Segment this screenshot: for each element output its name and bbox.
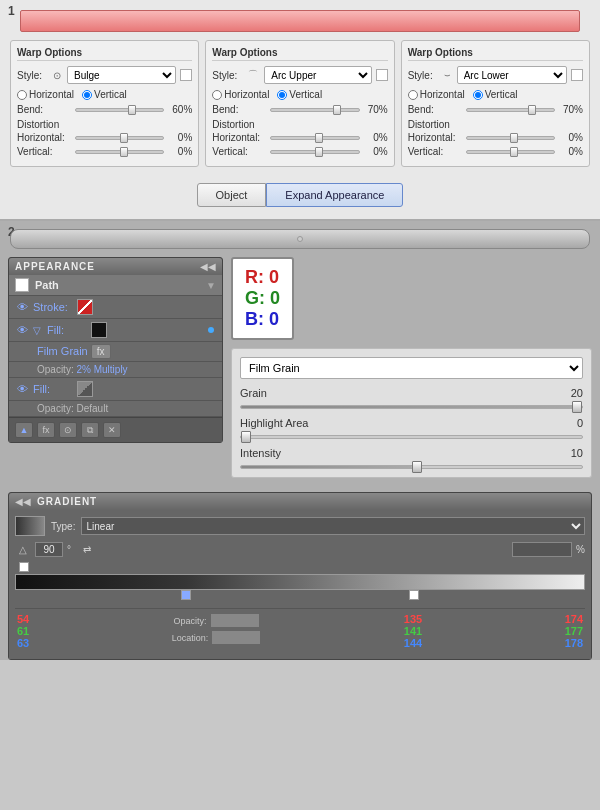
top-stop-1[interactable] bbox=[19, 562, 29, 572]
highlight-value: 0 bbox=[558, 417, 583, 429]
bend-label-2: Bend: bbox=[212, 104, 267, 115]
copy-icon[interactable]: ⧉ bbox=[81, 422, 99, 438]
bend-value-1: 60 bbox=[167, 104, 183, 115]
film-grain-label[interactable]: Film Grain bbox=[37, 345, 88, 357]
bottom-stop-2[interactable] bbox=[409, 590, 419, 600]
vertical-radio-1[interactable]: Vertical bbox=[82, 89, 127, 100]
warp-checkbox-3[interactable] bbox=[571, 69, 583, 81]
vertical-radio-3[interactable]: Vertical bbox=[473, 89, 518, 100]
h-dist-slider-1[interactable] bbox=[75, 136, 164, 140]
h-dist-slider-2[interactable] bbox=[270, 136, 359, 140]
gradient-bar-container bbox=[15, 562, 585, 602]
opacity-row-2: Opacity: Default bbox=[9, 401, 222, 417]
v-dist-label-1: Vertical: bbox=[17, 146, 72, 157]
fill-row-2: 👁 Fill: bbox=[9, 378, 222, 401]
v-dist-value-2: 0 bbox=[363, 146, 379, 157]
bend-value-3: 70 bbox=[558, 104, 574, 115]
h-dist-label-1: Horizontal: bbox=[17, 132, 72, 143]
warp-style-row-2: Style: ⌒ Arc Upper bbox=[212, 66, 387, 84]
grad-r-3: 174 bbox=[565, 613, 583, 625]
horizontal-radio-2[interactable]: Horizontal bbox=[212, 89, 269, 100]
gradient-angle-input[interactable] bbox=[35, 542, 63, 557]
fx-button[interactable]: fx bbox=[91, 344, 111, 359]
gradient-header: ◀◀ GRADIENT bbox=[9, 493, 591, 510]
r-label: R: bbox=[245, 267, 264, 287]
horizontal-radio-1[interactable]: Horizontal bbox=[17, 89, 74, 100]
fill-color-box-1[interactable] bbox=[91, 322, 107, 338]
gradient-expand-arrows: ◀◀ bbox=[15, 496, 31, 507]
v-dist-value-3: 0 bbox=[558, 146, 574, 157]
expand-appearance-button[interactable]: Expand Appearance bbox=[266, 183, 403, 207]
gradient-reverse-icon[interactable]: ⇄ bbox=[79, 541, 95, 557]
grad-col-3: 135 141 144 bbox=[404, 613, 422, 649]
rgb-g: G: 0 bbox=[245, 288, 280, 309]
b-value: 0 bbox=[269, 309, 279, 329]
fill-visibility-icon-2[interactable]: 👁 bbox=[15, 383, 29, 395]
grad-col-2: Opacity: Location: bbox=[172, 613, 262, 649]
delete-icon[interactable]: ✕ bbox=[103, 422, 121, 438]
section2: 2 APPEARANCE ◀◀ Path ▼ bbox=[0, 221, 600, 660]
gradient-percent-input[interactable] bbox=[512, 542, 572, 557]
top-bar bbox=[20, 10, 580, 32]
h-dist-slider-3[interactable] bbox=[466, 136, 555, 140]
v-dist-slider-1[interactable] bbox=[75, 150, 164, 154]
ruler-center-dot bbox=[297, 236, 303, 242]
fill-visibility-icon-1[interactable]: 👁 bbox=[15, 324, 29, 336]
horizontal-radio-3[interactable]: Horizontal bbox=[408, 89, 465, 100]
path-icon bbox=[15, 278, 29, 292]
h-dist-label-3: Horizontal: bbox=[408, 132, 463, 143]
appearance-panel-header: APPEARANCE ◀◀ bbox=[9, 258, 222, 275]
grad-g-1: 61 bbox=[17, 625, 29, 637]
panel-collapse-arrow[interactable]: ◀◀ bbox=[200, 261, 216, 272]
fx-icon[interactable]: fx bbox=[37, 422, 55, 438]
bend-slider-1[interactable] bbox=[75, 108, 164, 112]
opacity-input-row: Opacity: bbox=[174, 613, 260, 628]
stroke-row: 👁 Stroke: bbox=[9, 296, 222, 319]
gradient-type-label: Type: bbox=[51, 521, 75, 532]
v-dist-slider-3[interactable] bbox=[466, 150, 555, 154]
svg-rect-0 bbox=[16, 575, 584, 589]
film-grain-select[interactable]: Film Grain bbox=[240, 357, 583, 379]
gradient-opacity-input[interactable] bbox=[210, 613, 260, 628]
stroke-visibility-icon[interactable]: 👁 bbox=[15, 301, 29, 313]
object-button[interactable]: Object bbox=[197, 183, 267, 207]
opacity-value-1: 2% Multiply bbox=[76, 364, 127, 375]
grain-slider[interactable] bbox=[240, 405, 583, 409]
location-input-row: Location: bbox=[172, 630, 262, 645]
warp-panel-3-title: Warp Options bbox=[408, 47, 583, 61]
h-dist-row-2: Horizontal: 0 % bbox=[212, 132, 387, 143]
bend-percent-1: % bbox=[183, 104, 192, 115]
film-grain-row: Film Grain fx bbox=[9, 342, 222, 362]
highlight-slider[interactable] bbox=[240, 435, 583, 439]
h-dist-row-3: Horizontal: 0 % bbox=[408, 132, 583, 143]
bottom-stop-1[interactable] bbox=[181, 590, 191, 600]
appearance-panel-title: APPEARANCE bbox=[15, 261, 95, 272]
grain-value: 20 bbox=[558, 387, 583, 399]
stroke-color-box[interactable] bbox=[77, 299, 93, 315]
gradient-location-input[interactable] bbox=[211, 630, 261, 645]
grain-label: Grain bbox=[240, 387, 320, 399]
ruler-bar bbox=[10, 229, 590, 249]
grad-col-1: 54 61 63 bbox=[17, 613, 29, 649]
h-dist-percent-3: % bbox=[574, 132, 583, 143]
effects-icon[interactable]: ⊙ bbox=[59, 422, 77, 438]
intensity-slider[interactable] bbox=[240, 465, 583, 469]
style-select-3[interactable]: Arc Lower bbox=[457, 66, 567, 84]
v-dist-slider-2[interactable] bbox=[270, 150, 359, 154]
gradient-bar[interactable] bbox=[15, 574, 585, 590]
add-layer-icon[interactable]: ▲ bbox=[15, 422, 33, 438]
vertical-radio-2[interactable]: Vertical bbox=[277, 89, 322, 100]
bend-row-1: Bend: 60 % bbox=[17, 104, 192, 115]
fill-color-box-2[interactable] bbox=[77, 381, 93, 397]
bend-slider-3[interactable] bbox=[466, 108, 555, 112]
grad-b-1: 63 bbox=[17, 637, 29, 649]
style-select-1[interactable]: Bulge bbox=[67, 66, 176, 84]
warp-checkbox-2[interactable] bbox=[376, 69, 388, 81]
bend-slider-2[interactable] bbox=[270, 108, 359, 112]
v-dist-percent-3: % bbox=[574, 146, 583, 157]
gradient-type-select[interactable]: Linear bbox=[81, 517, 585, 535]
warp-checkbox-1[interactable] bbox=[180, 69, 192, 81]
fill-expand-arrow-1[interactable]: ▽ bbox=[33, 325, 41, 336]
style-select-2[interactable]: Arc Upper bbox=[264, 66, 371, 84]
v-dist-value-1: 0 bbox=[167, 146, 183, 157]
